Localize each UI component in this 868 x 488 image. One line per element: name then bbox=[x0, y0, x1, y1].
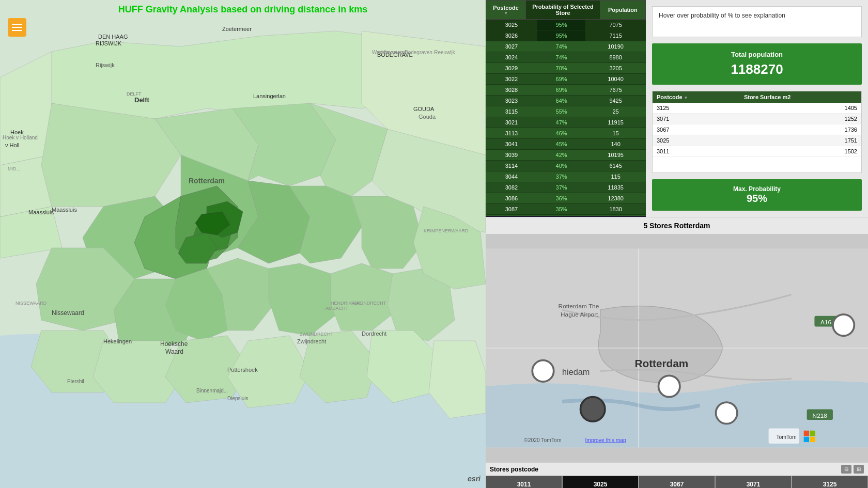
svg-text:GOUDA: GOUDA bbox=[413, 106, 435, 112]
store-postcode-header[interactable]: Postcode ▼ bbox=[653, 91, 740, 103]
svg-rect-53 bbox=[810, 437, 815, 442]
table-row[interactable]: 3029 70% 3205 bbox=[486, 63, 646, 74]
info-panel: Hover over probability of % to see expla… bbox=[646, 0, 868, 217]
postcode-btn-3025[interactable]: 3025 bbox=[562, 476, 639, 488]
svg-rect-52 bbox=[804, 437, 809, 442]
svg-text:Improve this map: Improve this map bbox=[585, 437, 626, 443]
postcode-grid-btn[interactable]: ⊞ bbox=[854, 465, 864, 474]
store-table-row: 3011 1502 bbox=[653, 146, 861, 157]
svg-text:RIJSWIJK: RIJSWIJK bbox=[96, 40, 122, 46]
total-pop-value: 1188270 bbox=[660, 61, 854, 77]
store-table-row: 3071 1252 bbox=[653, 114, 861, 124]
hover-tooltip: Hover over probability of % to see expla… bbox=[652, 6, 862, 37]
svg-rect-50 bbox=[804, 431, 809, 436]
table-row[interactable]: 3044 37% 115 bbox=[486, 171, 646, 182]
hamburger-button[interactable] bbox=[8, 18, 26, 37]
postcode-btn-3011[interactable]: 3011 bbox=[486, 476, 562, 488]
svg-text:MID...: MID... bbox=[8, 166, 20, 171]
max-prob-title: Max. Probability bbox=[660, 185, 854, 193]
table-row[interactable]: 3022 69% 10040 bbox=[486, 74, 646, 85]
store-surface-header[interactable]: Store Surface m2 bbox=[740, 91, 861, 103]
svg-rect-51 bbox=[810, 431, 815, 436]
svg-text:Puttershoek: Puttershoek bbox=[227, 367, 258, 373]
table-scroll[interactable]: 3025 95% 7075 3026 95% 7115 3027 74% 101… bbox=[486, 20, 646, 216]
postcode-bar-title: Stores postcode ⊟ ⊞ bbox=[486, 463, 868, 476]
table-row[interactable]: 3086 36% 12380 bbox=[486, 193, 646, 204]
prob-col-header[interactable]: Probability of Selected Store bbox=[526, 1, 600, 20]
svg-text:Piershil: Piershil bbox=[67, 379, 84, 384]
store-sort-arrow: ▼ bbox=[684, 96, 688, 100]
max-prob-value: 95% bbox=[660, 193, 854, 204]
table-row[interactable]: 3115 55% 25 bbox=[486, 106, 646, 117]
esri-logo: esri bbox=[468, 475, 481, 483]
svg-text:Maassluis: Maassluis bbox=[52, 207, 77, 213]
svg-text:v Holl: v Holl bbox=[5, 142, 20, 148]
mini-map: A16 N218 Rotterdam hiedam Rotterdam The … bbox=[486, 234, 868, 462]
svg-text:DEN HAAG: DEN HAAG bbox=[98, 34, 128, 40]
table-row[interactable]: 3027 74% 10190 bbox=[486, 41, 646, 52]
postcode-btn-3067[interactable]: 3067 bbox=[639, 476, 715, 488]
store-marker-selected bbox=[581, 397, 605, 421]
svg-text:Zoetermeer: Zoetermeer bbox=[222, 26, 252, 32]
svg-text:PAPENDRECHT: PAPENDRECHT bbox=[351, 301, 386, 306]
table-row[interactable]: 3039 42% 10195 bbox=[486, 150, 646, 161]
svg-text:N218: N218 bbox=[813, 412, 828, 419]
svg-text:Rotterdam: Rotterdam bbox=[189, 177, 225, 185]
store-marker-5 bbox=[833, 314, 854, 336]
svg-text:Waard: Waard bbox=[165, 348, 183, 355]
postcode-btn-3071[interactable]: 3071 bbox=[715, 476, 792, 488]
postcode-filter-btn[interactable]: ⊟ bbox=[841, 465, 851, 474]
svg-text:NISSEWAARD: NISSEWAARD bbox=[16, 301, 47, 306]
svg-text:Hague Airport: Hague Airport bbox=[561, 311, 598, 318]
store-table-card: Postcode ▼ Store Surface m2 3125 1405 bbox=[652, 91, 862, 173]
svg-text:Rotterdam: Rotterdam bbox=[635, 357, 689, 369]
stores-map-title: 5 Stores Rotterdam bbox=[486, 217, 868, 234]
svg-text:Zwijndrecht: Zwijndrecht bbox=[297, 338, 326, 344]
svg-text:Diepsluis: Diepsluis bbox=[227, 396, 249, 401]
svg-text:Delft: Delft bbox=[134, 96, 150, 104]
data-table-section: Postcode ▼ Probability of Selected Store… bbox=[486, 0, 646, 217]
max-probability-card: Max. Probability 95% bbox=[652, 179, 862, 211]
table-row[interactable]: 3082 37% 11835 bbox=[486, 182, 646, 193]
svg-text:Hoeksche: Hoeksche bbox=[160, 340, 188, 348]
table-row[interactable]: 3025 95% 7075 bbox=[486, 20, 646, 30]
svg-text:TomTom: TomTom bbox=[776, 434, 796, 440]
svg-text:Rijswijk: Rijswijk bbox=[96, 62, 115, 68]
postcode-bar: Stores postcode ⊟ ⊞ 30113025306730713125 bbox=[486, 462, 868, 488]
store-table-row: 3125 1405 bbox=[653, 103, 861, 114]
table-row[interactable]: 3024 74% 8980 bbox=[486, 52, 646, 63]
svg-text:Nissewaard: Nissewaard bbox=[52, 309, 84, 317]
sort-arrow-postcode: ▼ bbox=[488, 11, 523, 15]
bottom-right-section: 5 Stores Rotterdam bbox=[486, 217, 868, 488]
table-row[interactable]: 3087 35% 1830 bbox=[486, 204, 646, 215]
svg-text:Waddinxveen Bodegraven-Reeuwij: Waddinxveen Bodegraven-Reeuwijk bbox=[372, 50, 456, 55]
svg-text:hiedam: hiedam bbox=[562, 367, 590, 376]
postcode-col-header[interactable]: Postcode ▼ bbox=[486, 1, 526, 20]
svg-text:Lansingerlan: Lansingerlan bbox=[253, 93, 286, 99]
map-svg: DEN HAAG RIJSWIJK Rijswijk Zoetermeer BO… bbox=[0, 0, 486, 488]
svg-text:©2020 TomTom: ©2020 TomTom bbox=[524, 437, 562, 443]
table-row[interactable]: 3041 45% 140 bbox=[486, 139, 646, 150]
svg-text:ZWIJNDRECHT: ZWIJNDRECHT bbox=[300, 332, 333, 337]
svg-text:Maassluis: Maassluis bbox=[28, 209, 54, 215]
table-row[interactable]: 3113 46% 15 bbox=[486, 128, 646, 139]
svg-text:Binnenmajd...: Binnenmajd... bbox=[196, 388, 228, 393]
store-marker-4 bbox=[716, 402, 737, 423]
map-area: HUFF Gravity Analysis based on driving d… bbox=[0, 0, 486, 488]
postcode-buttons: 30113025306730713125 bbox=[486, 476, 868, 488]
svg-text:Gouda: Gouda bbox=[419, 114, 436, 120]
svg-text:KRIMPENERWAARD: KRIMPENERWAARD bbox=[424, 228, 469, 233]
postcode-btn-3125[interactable]: 3125 bbox=[792, 476, 868, 488]
table-row[interactable]: 3023 64% 9425 bbox=[486, 96, 646, 106]
table-row[interactable]: 3021 47% 11915 bbox=[486, 117, 646, 128]
svg-text:Hekelingen: Hekelingen bbox=[103, 338, 132, 344]
svg-text:Dordrecht: Dordrecht bbox=[362, 330, 386, 337]
pop-col-header[interactable]: Population bbox=[600, 1, 645, 20]
table-row[interactable]: 3028 69% 7675 bbox=[486, 85, 646, 96]
store-marker-1 bbox=[532, 360, 553, 382]
svg-text:AMBACHT: AMBACHT bbox=[326, 306, 349, 311]
svg-text:DELFT: DELFT bbox=[127, 91, 142, 97]
table-row[interactable]: 3114 40% 6145 bbox=[486, 161, 646, 171]
total-population-card: Total population 1188270 bbox=[652, 43, 862, 85]
table-row[interactable]: 3026 95% 7115 bbox=[486, 30, 646, 41]
